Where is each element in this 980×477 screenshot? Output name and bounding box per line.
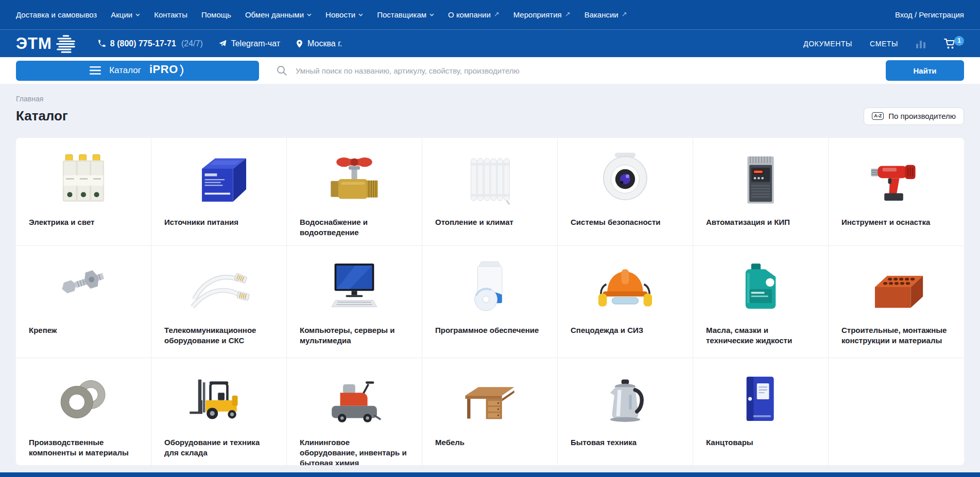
- category-label: Строительные, монтажные конструкции и ма…: [829, 323, 964, 346]
- category-label: Системы безопасности: [558, 215, 693, 227]
- nav-item[interactable]: Акции: [111, 10, 140, 19]
- drill-image: [829, 138, 964, 215]
- category-tile-patch-cables[interactable]: Телекоммуникационное оборудование и СКС: [151, 246, 287, 358]
- external-link-icon: ↗: [622, 10, 627, 18]
- oil-canister-image: [693, 246, 828, 323]
- category-label: Масла, смазки и технические жидкости: [693, 323, 828, 346]
- category-label: Программное обеспечение: [422, 323, 557, 335]
- category-tile-drill[interactable]: Инструмент и оснастка: [829, 138, 964, 246]
- sort-by-manufacturer-button[interactable]: A-Z По производителю: [864, 108, 964, 125]
- az-icon: A-Z: [872, 112, 884, 120]
- cart-count-badge: 1: [954, 36, 964, 46]
- search-field: [277, 65, 875, 76]
- forklift-image: [151, 358, 286, 435]
- category-tile-floor-scrubber[interactable]: Клининговое оборудование, инвентарь и бы…: [287, 358, 422, 465]
- search-input[interactable]: [296, 66, 875, 75]
- nav-item-label: Помощь: [201, 10, 231, 19]
- category-tile-gaskets[interactable]: Производственные компоненты и материалы: [16, 358, 151, 465]
- city-label: Москва г.: [307, 39, 342, 48]
- category-label: Крепеж: [16, 323, 151, 335]
- category-label: Оборудование и техника для склада: [151, 435, 286, 458]
- category-tile-radiator[interactable]: Отопление и климат: [422, 138, 558, 246]
- category-tile-oil-canister[interactable]: Масла, смазки и технические жидкости: [693, 246, 829, 358]
- dome-camera-image: [558, 138, 693, 215]
- category-tile-ups-battery[interactable]: Источники питания: [151, 138, 287, 246]
- telegram-chat-link[interactable]: Telegram-чат: [218, 39, 280, 48]
- ipro-logo: iPRO: [149, 64, 185, 77]
- nav-item[interactable]: Контакты: [154, 10, 187, 19]
- radiator-image: [422, 138, 557, 215]
- nav-item-label: Доставка и самовывоз: [16, 10, 97, 19]
- nav-item-label: Вакансии: [584, 10, 618, 19]
- category-tile-binder[interactable]: Канцтовары: [693, 358, 829, 465]
- desk-image: [422, 358, 557, 435]
- nav-item-label: Мероприятия: [513, 10, 562, 19]
- sort-button-label: По производителю: [888, 112, 956, 120]
- nav-item[interactable]: Мероприятия↗: [513, 10, 571, 19]
- category-tile-bolt[interactable]: Крепеж: [16, 246, 151, 358]
- chevron-down-icon: [135, 13, 140, 16]
- nav-item[interactable]: О компании↗: [448, 10, 500, 19]
- category-tile-desk[interactable]: Мебель: [422, 358, 558, 465]
- nav-item-label: Акции: [111, 10, 132, 19]
- etm-logo-text: ЭТМ: [16, 36, 52, 51]
- etm-globe-icon: [55, 34, 77, 54]
- frequency-drive-image: [693, 138, 828, 215]
- valve-image: [287, 138, 422, 215]
- category-tile-circuit-breaker[interactable]: Электрика и свет: [16, 138, 151, 246]
- content: Главная Каталог A-Z По производителю Эле…: [0, 95, 980, 465]
- category-tile-forklift[interactable]: Оборудование и техника для склада: [151, 358, 287, 465]
- catalog-menu-button[interactable]: Каталог iPRO: [16, 61, 259, 81]
- binder-image: [693, 358, 828, 435]
- category-tile-valve[interactable]: Водоснабжение и водоотведение: [287, 138, 422, 246]
- nav-item[interactable]: Обмен данными: [245, 10, 312, 19]
- chevron-down-icon: [358, 13, 363, 16]
- category-tile-brick[interactable]: Строительные, монтажные конструкции и ма…: [829, 246, 964, 358]
- category-label: Клининговое оборудование, инвентарь и бы…: [287, 435, 422, 465]
- category-tile-hard-hat[interactable]: Спецодежда и СИЗ: [558, 246, 693, 358]
- nav-item[interactable]: Новости: [325, 10, 363, 19]
- estimates-link[interactable]: СМЕТЫ: [870, 40, 898, 48]
- nav-item[interactable]: Помощь: [201, 10, 231, 19]
- nav-item-label: О компании: [448, 10, 491, 19]
- chevron-down-icon: [429, 13, 434, 16]
- cart-button[interactable]: 1: [943, 38, 956, 49]
- breadcrumb-home[interactable]: Главная: [16, 95, 43, 103]
- chevron-down-icon: [307, 13, 312, 16]
- category-label: Компьютеры, серверы и мультимедиа: [287, 323, 422, 346]
- category-label: Бытовая техника: [558, 435, 693, 448]
- ups-battery-image: [151, 138, 286, 215]
- bar-chart-icon[interactable]: [916, 39, 926, 48]
- category-label: Водоснабжение и водоотведение: [287, 215, 422, 238]
- category-tile-software-box[interactable]: Программное обеспечение: [422, 246, 558, 358]
- hamburger-icon: [90, 66, 101, 75]
- phone-link[interactable]: 8 (800) 775-17-71 (24/7): [97, 39, 203, 48]
- location-pin-icon: [296, 39, 303, 48]
- title-row: Каталог A-Z По производителю: [16, 107, 964, 126]
- category-label: Спецодежда и СИЗ: [558, 323, 693, 335]
- category-tile-dome-camera[interactable]: Системы безопасности: [558, 138, 693, 246]
- top-nav-items: Доставка и самовывозАкцииКонтактыПомощьО…: [16, 10, 627, 19]
- phone-hours: (24/7): [181, 39, 203, 48]
- city-selector[interactable]: Москва г.: [296, 39, 342, 48]
- category-tile-kettle[interactable]: Бытовая техника: [558, 358, 693, 465]
- nav-item-label: Новости: [325, 10, 355, 19]
- category-tile-computer[interactable]: Компьютеры, серверы и мультимедиа: [287, 246, 422, 358]
- nav-item[interactable]: Поставщикам: [377, 10, 434, 19]
- login-register-link[interactable]: Вход / Регистрация: [895, 10, 964, 19]
- contact-group: 8 (800) 775-17-71 (24/7) Telegram-чат Мо…: [97, 39, 342, 48]
- telegram-label: Telegram-чат: [231, 39, 280, 48]
- nav-item[interactable]: Доставка и самовывоз: [16, 10, 97, 19]
- main-header-bar: ЭТМ 8 (800) 775-17-71 (24/7): [0, 29, 980, 57]
- nav-item[interactable]: Вакансии↗: [584, 10, 627, 19]
- category-tile-frequency-drive[interactable]: Автоматизация и КИП: [693, 138, 829, 246]
- search-submit-button[interactable]: Найти: [886, 60, 964, 81]
- circuit-breaker-image: [16, 138, 151, 215]
- category-label: Электрика и свет: [16, 215, 151, 227]
- catalog-grid: Электрика и светИсточники питанияВодосна…: [16, 138, 964, 465]
- etm-logo[interactable]: ЭТМ: [16, 34, 77, 54]
- brick-image: [829, 246, 964, 323]
- documents-link[interactable]: ДОКУМЕНТЫ: [803, 40, 852, 48]
- mainbar-right: ДОКУМЕНТЫ СМЕТЫ 1: [803, 38, 964, 49]
- ipro-logo-arcs: [179, 64, 185, 77]
